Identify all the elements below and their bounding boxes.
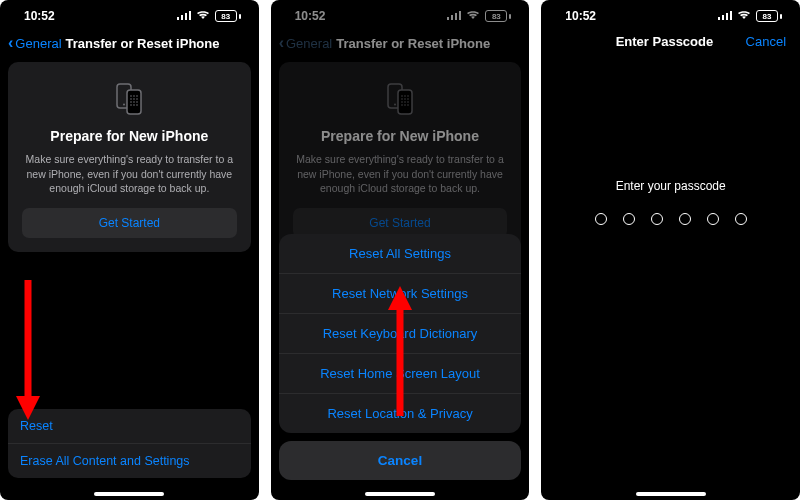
home-indicator[interactable] xyxy=(636,492,706,496)
svg-point-10 xyxy=(131,98,133,100)
svg-point-8 xyxy=(134,95,136,97)
status-bar: 10:52 83 xyxy=(541,0,800,26)
svg-rect-21 xyxy=(447,17,449,20)
svg-point-28 xyxy=(401,95,403,97)
svg-point-17 xyxy=(134,104,136,106)
screen-1: 10:52 83 ‹ General Transfer or Reset iPh… xyxy=(0,0,259,500)
reset-home-screen-layout-button[interactable]: Reset Home Screen Layout xyxy=(279,353,522,393)
screen-3: 10:52 83 Enter Passcode Cancel Enter you… xyxy=(541,0,800,500)
passcode-dots[interactable] xyxy=(541,213,800,225)
svg-point-39 xyxy=(407,104,409,106)
nav-bar: ‹ General Transfer or Reset iPhone xyxy=(271,26,530,62)
two-phones-icon xyxy=(22,78,237,118)
svg-point-11 xyxy=(134,98,136,100)
svg-rect-43 xyxy=(722,15,724,20)
home-indicator[interactable] xyxy=(365,492,435,496)
status-time: 10:52 xyxy=(565,9,596,23)
battery-icon: 83 xyxy=(756,10,782,22)
svg-rect-0 xyxy=(177,17,179,20)
svg-rect-45 xyxy=(730,11,732,20)
svg-rect-44 xyxy=(726,13,728,20)
wifi-icon xyxy=(466,9,480,23)
prepare-card: Prepare for New iPhone Make sure everyth… xyxy=(279,62,522,252)
reset-keyboard-dictionary-button[interactable]: Reset Keyboard Dictionary xyxy=(279,313,522,353)
svg-point-38 xyxy=(404,104,406,106)
passcode-dot xyxy=(623,213,635,225)
svg-point-18 xyxy=(137,104,139,106)
passcode-dot xyxy=(735,213,747,225)
reset-network-settings-button[interactable]: Reset Network Settings xyxy=(279,273,522,313)
svg-point-31 xyxy=(401,98,403,100)
svg-rect-2 xyxy=(185,13,187,20)
erase-all-button[interactable]: Erase All Content and Settings xyxy=(8,443,251,478)
signal-icon xyxy=(177,9,191,23)
battery-icon: 83 xyxy=(215,10,241,22)
wifi-icon xyxy=(737,9,751,23)
wifi-icon xyxy=(196,9,210,23)
status-bar: 10:52 83 xyxy=(0,0,259,26)
back-label: General xyxy=(15,36,61,51)
svg-point-34 xyxy=(401,101,403,103)
nav-bar: Enter Passcode Cancel xyxy=(541,26,800,59)
passcode-prompt: Enter your passcode xyxy=(541,179,800,193)
svg-point-12 xyxy=(137,98,139,100)
signal-icon xyxy=(447,9,461,23)
svg-point-5 xyxy=(123,104,125,106)
battery-percentage: 83 xyxy=(215,10,237,22)
svg-point-14 xyxy=(134,101,136,103)
status-right: 83 xyxy=(447,9,511,23)
svg-rect-24 xyxy=(459,11,461,20)
svg-rect-42 xyxy=(718,17,720,20)
passcode-dot xyxy=(679,213,691,225)
reset-all-settings-button[interactable]: Reset All Settings xyxy=(279,234,522,273)
svg-point-35 xyxy=(404,101,406,103)
status-right: 83 xyxy=(718,9,782,23)
reset-action-sheet: Reset All Settings Reset Network Setting… xyxy=(279,234,522,480)
svg-point-37 xyxy=(401,104,403,106)
nav-bar: ‹ General Transfer or Reset iPhone xyxy=(0,26,259,62)
passcode-area: Enter your passcode xyxy=(541,179,800,225)
status-bar: 10:52 83 xyxy=(271,0,530,26)
annotation-arrow-down xyxy=(14,280,42,420)
action-sheet-group: Reset All Settings Reset Network Setting… xyxy=(279,234,522,433)
svg-point-9 xyxy=(137,95,139,97)
bottom-options: Reset Erase All Content and Settings xyxy=(8,409,251,478)
card-title: Prepare for New iPhone xyxy=(22,128,237,144)
back-button[interactable]: ‹ General xyxy=(279,34,333,52)
passcode-dot xyxy=(651,213,663,225)
screen-2: 10:52 83 ‹ General Transfer or Reset iPh… xyxy=(271,0,530,500)
status-time: 10:52 xyxy=(24,9,55,23)
svg-point-36 xyxy=(407,101,409,103)
card-body: Make sure everything's ready to transfer… xyxy=(293,152,508,196)
svg-rect-3 xyxy=(189,11,191,20)
battery-percentage: 83 xyxy=(485,10,507,22)
card-body: Make sure everything's ready to transfer… xyxy=(22,152,237,196)
reset-button[interactable]: Reset xyxy=(8,409,251,443)
chevron-left-icon: ‹ xyxy=(279,34,284,52)
home-indicator[interactable] xyxy=(94,492,164,496)
svg-point-32 xyxy=(404,98,406,100)
status-right: 83 xyxy=(177,9,241,23)
svg-point-7 xyxy=(131,95,133,97)
passcode-dot xyxy=(707,213,719,225)
status-time: 10:52 xyxy=(295,9,326,23)
svg-point-30 xyxy=(407,95,409,97)
prepare-card: Prepare for New iPhone Make sure everyth… xyxy=(8,62,251,252)
action-sheet-cancel-button[interactable]: Cancel xyxy=(279,441,522,480)
svg-point-33 xyxy=(407,98,409,100)
get-started-button[interactable]: Get Started xyxy=(22,208,237,238)
svg-point-16 xyxy=(131,104,133,106)
reset-location-privacy-button[interactable]: Reset Location & Privacy xyxy=(279,393,522,433)
svg-rect-23 xyxy=(455,13,457,20)
svg-rect-1 xyxy=(181,15,183,20)
back-button[interactable]: ‹ General xyxy=(8,34,62,52)
svg-point-29 xyxy=(404,95,406,97)
cancel-button[interactable]: Cancel xyxy=(746,34,792,49)
card-title: Prepare for New iPhone xyxy=(293,128,508,144)
svg-rect-22 xyxy=(451,15,453,20)
back-label: General xyxy=(286,36,332,51)
svg-point-15 xyxy=(137,101,139,103)
passcode-dot xyxy=(595,213,607,225)
page-title: Transfer or Reset iPhone xyxy=(66,36,220,51)
svg-point-13 xyxy=(131,101,133,103)
